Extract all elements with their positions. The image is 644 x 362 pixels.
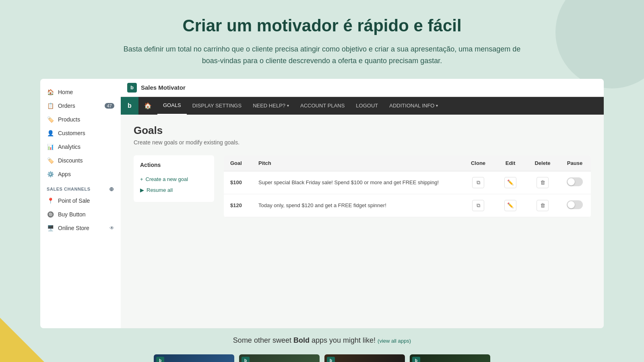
discounts-icon: 🏷️: [47, 157, 54, 164]
orders-badge: 47: [105, 103, 114, 109]
sidebar-item-products[interactable]: 🏷️ Products: [40, 113, 121, 126]
goals-subtitle: Create new goals or modify existing goal…: [134, 139, 591, 146]
app-area: b Sales Motivator b 🏠 GOALS DISPLAY SETT…: [121, 79, 604, 328]
edit-button[interactable]: ✏️: [504, 177, 516, 188]
pause-toggle[interactable]: [567, 177, 583, 186]
col-header-pause: Pause: [559, 155, 591, 171]
sidebar-item-home[interactable]: 🏠 Home: [40, 85, 121, 99]
content-row: Actions + Create a new goal ▶ Resume all: [134, 155, 591, 217]
table-header-row: Goal Pitch Clone Edit Delete Pause: [224, 155, 591, 171]
sidebar-item-discounts[interactable]: 🏷️ Discounts: [40, 154, 121, 167]
pause-cell: [559, 171, 591, 194]
sidebar-item-label: Apps: [58, 171, 71, 177]
sidebar-item-label: Products: [58, 116, 80, 123]
product-app-logo: b: [412, 357, 420, 362]
sidebar-item-online-store[interactable]: 🖥️ Online Store 👁: [40, 221, 121, 235]
table-row: $120 Today only, spend $120 and get a FR…: [224, 194, 591, 217]
table-row: $100 Super special Black Friday sale! Sp…: [224, 171, 591, 194]
pos-icon: 📍: [47, 197, 54, 204]
actions-title: Actions: [140, 162, 208, 168]
nav-goals[interactable]: GOALS: [157, 97, 187, 115]
nav-account-plans[interactable]: ACCOUNT PLANS: [295, 97, 350, 115]
sidebar-item-buy-button[interactable]: 🔘 Buy Button: [40, 208, 121, 221]
apps-icon: ⚙️: [47, 171, 54, 178]
sidebar-item-label: Discounts: [58, 157, 83, 164]
page-subtitle: Basta definir um total no carrinho que o…: [121, 43, 523, 67]
page-header: Criar um motivador é rápido e fácil Bast…: [0, 0, 644, 79]
pause-toggle[interactable]: [567, 200, 583, 209]
app-content: Goals Create new goals or modify existin…: [121, 115, 604, 328]
resume-all-button[interactable]: ▶ Resume all: [140, 185, 208, 195]
sidebar-item-label: Online Store: [58, 225, 89, 231]
sidebar-item-label: Orders: [58, 103, 75, 109]
edit-cell: ✏️: [494, 171, 526, 194]
clone-button[interactable]: ⧉: [472, 200, 484, 211]
sidebar-item-customers[interactable]: 👤 Customers: [40, 126, 121, 140]
goal-amount-cell: $120: [224, 194, 252, 217]
nav-need-help[interactable]: NEED HELP? ▾: [247, 97, 295, 115]
app-name: Sales Motivator: [141, 84, 186, 91]
delete-button[interactable]: 🗑: [537, 200, 549, 211]
sidebar-item-pos[interactable]: 📍 Point of Sale: [40, 194, 121, 208]
add-sales-channel-icon[interactable]: ⊕: [109, 186, 114, 192]
sidebar-item-label: Customers: [58, 130, 85, 136]
col-header-goal: Goal: [224, 155, 252, 171]
plus-icon: +: [140, 176, 143, 182]
edit-button[interactable]: ✏️: [504, 200, 516, 211]
col-header-edit: Edit: [494, 155, 526, 171]
sidebar-item-analytics[interactable]: 📊 Analytics: [40, 140, 121, 154]
chevron-down-icon: ▾: [287, 103, 289, 108]
bold-app-logo: b: [327, 357, 335, 362]
app-nav: b 🏠 GOALS DISPLAY SETTINGS NEED HELP? ▾ …: [121, 97, 604, 115]
app-logo: b: [127, 83, 137, 93]
col-header-delete: Delete: [526, 155, 559, 171]
create-new-goal-button[interactable]: + Create a new goal: [140, 174, 208, 185]
pitch-cell: Today only, spend $120 and get a FREE fi…: [252, 194, 462, 217]
app-card-loyalty[interactable]: b LOYALTY $29.99: [239, 354, 320, 362]
eye-icon: 👁: [109, 225, 114, 231]
sidebar-item-label: Analytics: [58, 144, 80, 150]
customers-icon: 👤: [47, 130, 54, 137]
goals-table-container: Goal Pitch Clone Edit Delete Pause $100 …: [224, 155, 591, 217]
actions-panel: Actions + Create a new goal ▶ Resume all: [134, 155, 214, 202]
goals-title: Goals: [134, 124, 591, 137]
app-titlebar: b Sales Motivator: [121, 79, 604, 97]
nav-additional-info[interactable]: ADDITIONAL INFO ▾: [384, 97, 444, 115]
app-card-bold[interactable]: b BOLD USD▾: [324, 354, 405, 362]
nav-logout[interactable]: LOGOUT: [350, 97, 384, 115]
play-icon: ▶: [140, 187, 144, 193]
app-card-product[interactable]: b PRODUCT: [410, 354, 490, 362]
sales-channels-section: SALES CHANNELS ⊕: [40, 181, 121, 194]
delete-button[interactable]: 🗑: [537, 177, 549, 188]
bottom-section: Some other sweet Bold apps you might lik…: [0, 328, 644, 354]
sidebar-item-label: Home: [58, 89, 73, 95]
nav-logo: b: [121, 97, 138, 115]
nav-display-settings[interactable]: DISPLAY SETTINGS: [187, 97, 247, 115]
delete-cell: 🗑: [526, 194, 559, 217]
clone-cell: ⧉: [462, 171, 494, 194]
clone-button[interactable]: ⧉: [472, 177, 484, 188]
analytics-icon: 📊: [47, 143, 54, 150]
delete-cell: 🗑: [526, 171, 559, 194]
chevron-down-icon-2: ▾: [436, 103, 438, 108]
app-cards-container: b RETURNS b LOYALTY $29.99 b BOLD USD▾ b…: [40, 354, 604, 362]
clone-cell: ⧉: [462, 194, 494, 217]
nav-home-button[interactable]: 🏠: [138, 97, 157, 115]
pitch-cell: Super special Black Friday sale! Spend $…: [252, 171, 462, 194]
sidebar-item-label: Point of Sale: [58, 197, 90, 204]
pause-cell: [559, 194, 591, 217]
sidebar-item-apps[interactable]: ⚙️ Apps: [40, 167, 121, 181]
view-all-apps-link[interactable]: (view all apps): [378, 338, 411, 344]
sidebar: 🏠 Home 📋 Orders 47 🏷️ Products 👤 Custome…: [40, 79, 121, 328]
main-container: 🏠 Home 📋 Orders 47 🏷️ Products 👤 Custome…: [40, 79, 604, 328]
products-icon: 🏷️: [47, 116, 54, 123]
col-header-pitch: Pitch: [252, 155, 462, 171]
sweet-apps-text: Some other sweet Bold apps you might lik…: [0, 336, 644, 345]
sidebar-item-label: Buy Button: [58, 211, 86, 218]
sales-channels-label: SALES CHANNELS: [47, 187, 91, 191]
returns-app-logo: b: [156, 357, 164, 362]
sidebar-item-orders[interactable]: 📋 Orders 47: [40, 99, 121, 113]
loyalty-app-logo: b: [242, 357, 250, 362]
home-icon: 🏠: [47, 88, 54, 96]
app-card-returns[interactable]: b RETURNS: [154, 354, 234, 362]
